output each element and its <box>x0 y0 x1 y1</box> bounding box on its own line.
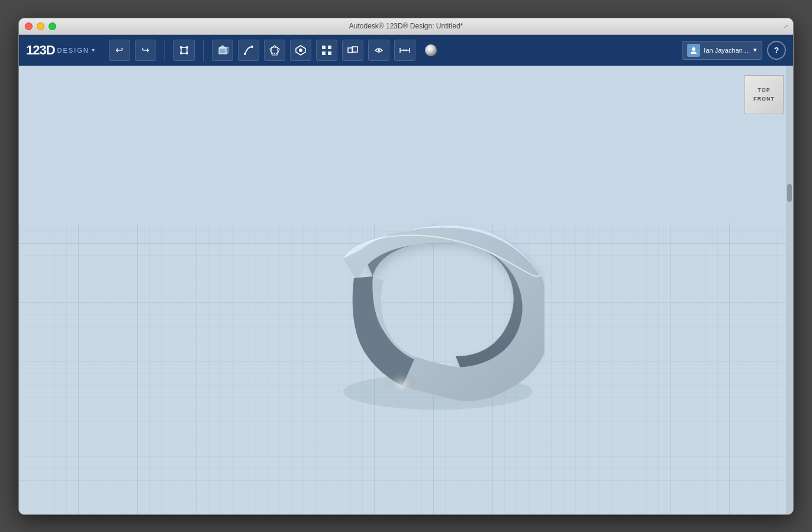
svg-point-13 <box>299 49 302 52</box>
redo-icon: ↪ <box>141 44 149 56</box>
svg-rect-17 <box>328 51 331 55</box>
svg-point-9 <box>251 46 253 48</box>
view-cube[interactable]: TOP FRONT <box>745 75 784 121</box>
window-title: Autodesk® 123D® Design: Untitled* <box>349 22 463 30</box>
scrollbar-handle[interactable] <box>787 184 792 202</box>
svg-point-3 <box>180 52 182 54</box>
group-button[interactable] <box>342 40 363 61</box>
svg-rect-10 <box>272 47 278 53</box>
sketch-button[interactable] <box>238 40 259 61</box>
measure-icon <box>398 44 411 57</box>
svg-marker-7 <box>226 47 228 54</box>
modify-button[interactable] <box>290 40 311 61</box>
pattern-icon <box>321 44 333 56</box>
svg-point-20 <box>378 49 380 51</box>
toolbar-divider-2 <box>203 40 204 61</box>
resize-icon: ⤢ <box>784 23 788 30</box>
svg-marker-6 <box>219 46 226 48</box>
group-icon <box>347 44 359 56</box>
measure-button[interactable] <box>394 40 415 61</box>
logo-area[interactable]: 123D DESIGN ▾ <box>26 43 95 58</box>
logo-product: DESIGN <box>57 47 89 54</box>
material-button[interactable] <box>420 40 442 61</box>
svg-point-26 <box>425 44 437 56</box>
construct-button[interactable] <box>264 40 285 61</box>
help-button[interactable]: ? <box>767 41 786 60</box>
close-button[interactable] <box>25 22 33 30</box>
app-window: Autodesk® 123D® Design: Untitled* ⤢ 123D… <box>18 18 794 515</box>
modify-icon <box>295 44 307 56</box>
primitives-button[interactable] <box>212 40 233 61</box>
svg-point-1 <box>180 46 182 49</box>
view-cube-inner: TOP FRONT <box>745 75 784 114</box>
maximize-button[interactable] <box>49 22 56 30</box>
transform-icon <box>178 44 190 56</box>
svg-point-8 <box>244 53 246 55</box>
toolbar-right: Ian Jayachan ... ▾ ? <box>682 41 786 60</box>
help-icon: ? <box>774 46 779 55</box>
toolbar-divider-1 <box>165 40 165 61</box>
sketch-icon <box>243 44 254 56</box>
svg-rect-16 <box>322 51 326 55</box>
svg-point-32 <box>385 364 418 390</box>
primitives-icon <box>217 44 228 56</box>
user-avatar <box>687 44 700 57</box>
construct-icon <box>269 44 281 56</box>
svg-rect-0 <box>181 47 187 53</box>
undo-icon: ↩ <box>115 44 123 56</box>
undo-button[interactable]: ↩ <box>109 40 130 61</box>
3d-model <box>237 173 544 433</box>
logo-brand: 123D <box>26 43 55 58</box>
view-cube-top-label: TOP <box>758 87 770 93</box>
svg-point-2 <box>186 46 188 49</box>
view-cube-front-label: FRONT <box>753 96 775 102</box>
logo-chevron-icon: ▾ <box>92 47 95 53</box>
user-name: Ian Jayachan ... <box>704 47 750 54</box>
user-menu-button[interactable]: Ian Jayachan ... ▾ <box>682 41 762 60</box>
svg-rect-15 <box>328 46 331 49</box>
svg-point-27 <box>692 47 695 51</box>
pattern-button[interactable] <box>316 40 337 61</box>
snap-button[interactable] <box>368 40 389 61</box>
toolbar: 123D DESIGN ▾ ↩ ↪ <box>19 35 793 66</box>
svg-point-4 <box>186 52 188 54</box>
snap-icon <box>373 44 385 56</box>
minimize-button[interactable] <box>37 22 44 30</box>
user-chevron-icon: ▾ <box>753 46 757 54</box>
window-controls <box>25 22 56 30</box>
transform-button[interactable] <box>173 40 195 61</box>
svg-rect-5 <box>219 48 226 54</box>
title-bar: Autodesk® 123D® Design: Untitled* ⤢ <box>19 18 793 35</box>
material-icon <box>424 43 438 57</box>
viewport[interactable]: TOP FRONT <box>19 66 793 514</box>
svg-rect-14 <box>322 46 326 49</box>
scrollbar-right <box>786 66 793 514</box>
redo-button[interactable]: ↪ <box>135 40 156 61</box>
